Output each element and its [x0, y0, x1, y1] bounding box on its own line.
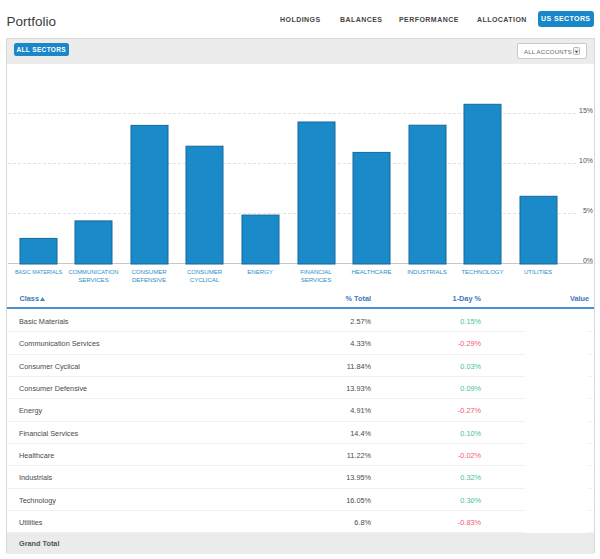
- svg-text:15%: 15%: [579, 107, 593, 114]
- svg-text:UTILITIES: UTILITIES: [524, 268, 552, 275]
- svg-text:COMMUNICATION: COMMUNICATION: [69, 268, 119, 275]
- svg-text:HEALTHCARE: HEALTHCARE: [351, 268, 391, 275]
- svg-text:0%: 0%: [583, 257, 593, 264]
- svg-text:ENERGY: ENERGY: [247, 268, 272, 275]
- svg-text:DEFENSIVE: DEFENSIVE: [132, 276, 166, 283]
- svg-text:5%: 5%: [583, 207, 593, 214]
- svg-text:10%: 10%: [579, 157, 593, 164]
- svg-text:SERVICES: SERVICES: [301, 276, 331, 283]
- svg-text:CONSUMER: CONSUMER: [187, 268, 223, 275]
- svg-text:TECHNOLOGY: TECHNOLOGY: [461, 268, 503, 275]
- svg-text:FINANCIAL: FINANCIAL: [300, 268, 332, 275]
- svg-text:SERVICES: SERVICES: [78, 276, 108, 283]
- svg-text:INDUSTRIALS: INDUSTRIALS: [407, 268, 447, 275]
- svg-text:BASIC MATERIALS: BASIC MATERIALS: [15, 268, 62, 275]
- svg-text:CYCLICAL: CYCLICAL: [190, 276, 220, 283]
- svg-text:CONSUMER: CONSUMER: [131, 268, 167, 275]
